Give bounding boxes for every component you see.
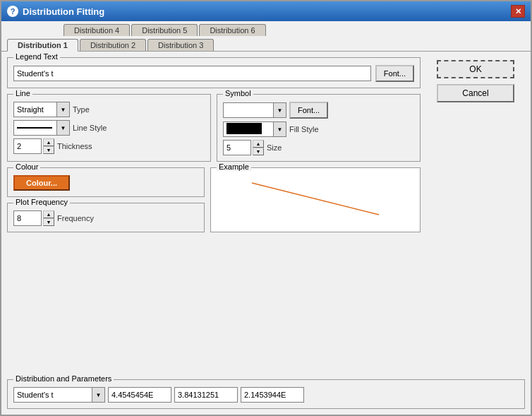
- fill-style-arrow[interactable]: ▼: [273, 122, 286, 136]
- tab-distribution-2[interactable]: Distribution 2: [80, 39, 146, 51]
- tabs-area: Distribution 4 Distribution 5 Distributi…: [1, 21, 531, 52]
- plot-freq-label: Plot Frequency: [13, 198, 70, 206]
- size-down-btn[interactable]: ▼: [253, 148, 264, 155]
- line-style-dropdown[interactable]: ▼: [13, 120, 70, 136]
- symbol-font-button[interactable]: Font...: [289, 102, 328, 119]
- legend-text-row: Font...: [13, 65, 414, 82]
- line-type-label: Type: [73, 105, 111, 114]
- thickness-up-btn[interactable]: ▲: [43, 138, 54, 146]
- close-button[interactable]: ✕: [511, 5, 525, 18]
- thickness-down-btn[interactable]: ▼: [43, 146, 54, 154]
- tab-distribution-1[interactable]: Distribution 1: [7, 39, 78, 52]
- size-input[interactable]: [223, 140, 251, 155]
- symbol-group-label: Symbol: [223, 89, 253, 97]
- symbol-type-dropdown[interactable]: ▼: [223, 102, 286, 118]
- main-content: Legend Text Font... Line Straight ▼: [1, 52, 531, 379]
- freq-spinner-btns: ▲ ▼: [43, 210, 54, 226]
- thickness-spinner: ▲ ▼: [13, 138, 54, 154]
- left-panel: Legend Text Font... Line Straight ▼: [7, 57, 421, 374]
- colour-button[interactable]: Colour...: [13, 175, 70, 191]
- bottom-row: Colour Colour... Plot Frequency ▲ ▼: [7, 167, 421, 232]
- thickness-spinner-btns: ▲ ▼: [43, 138, 54, 154]
- tab-distribution-4[interactable]: Distribution 4: [64, 24, 130, 36]
- line-group-label: Line: [13, 89, 32, 97]
- legend-text-label: Legend Text: [13, 52, 60, 61]
- thickness-label: Thickness: [57, 142, 96, 150]
- size-up-btn[interactable]: ▲: [253, 140, 264, 148]
- symbol-group: Symbol ▼ Font... ▼: [217, 94, 421, 162]
- tabs-bottom-row: Distribution 1 Distribution 2 Distributi…: [7, 39, 525, 51]
- plot-frequency-group: Plot Frequency ▲ ▼ Frequency: [7, 203, 205, 232]
- thickness-input[interactable]: [13, 138, 42, 154]
- freq-spinner: ▲ ▼: [13, 210, 54, 226]
- legend-text-group: Legend Text Font...: [7, 57, 421, 88]
- size-spinner: ▲ ▼: [223, 140, 264, 155]
- line-thickness-row: ▲ ▼ Thickness: [13, 138, 205, 154]
- fill-style-value: [224, 123, 273, 136]
- tabs-top-row: Distribution 4 Distribution 5 Distributi…: [7, 24, 525, 36]
- line-type-value: Straight: [14, 105, 56, 114]
- dist-value: Student's t: [14, 391, 92, 399]
- line-symbol-row: Line Straight ▼ Type ▼: [7, 94, 421, 162]
- svg-line-1: [252, 183, 379, 215]
- symbol-type-arrow[interactable]: ▼: [273, 103, 286, 117]
- fill-style-dropdown[interactable]: ▼: [223, 121, 286, 137]
- plot-freq-row: ▲ ▼ Frequency: [13, 210, 198, 226]
- size-spinner-btns: ▲ ▼: [253, 140, 264, 155]
- line-style-value: [14, 124, 56, 131]
- dist-dropdown[interactable]: Student's t ▼: [13, 387, 105, 403]
- dist-params-group: Distribution and Parameters Student's t …: [7, 379, 525, 409]
- window-title: Distribution Fitting: [23, 6, 104, 17]
- param3-input[interactable]: [241, 387, 304, 403]
- main-window: ? Distribution Fitting ✕ Distribution 4 …: [0, 0, 532, 416]
- dist-dropdown-arrow[interactable]: ▼: [92, 388, 104, 402]
- param2-input[interactable]: [174, 387, 238, 403]
- cancel-button[interactable]: Cancel: [437, 84, 514, 102]
- size-label: Size: [267, 143, 306, 152]
- freq-down-btn[interactable]: ▼: [43, 218, 54, 226]
- line-style-row: ▼ Line Style: [13, 120, 205, 136]
- line-group: Line Straight ▼ Type ▼: [7, 94, 211, 162]
- freq-up-btn[interactable]: ▲: [43, 210, 54, 218]
- line-type-dropdown[interactable]: Straight ▼: [13, 102, 70, 117]
- symbol-type-row: ▼ Font...: [223, 102, 414, 119]
- colour-group-label: Colour: [13, 162, 40, 171]
- tab-distribution-6[interactable]: Distribution 6: [199, 24, 265, 36]
- tab-distribution-5[interactable]: Distribution 5: [131, 24, 198, 36]
- param1-input[interactable]: [108, 387, 171, 403]
- freq-label: Frequency: [57, 214, 96, 222]
- fill-style-row: ▼ Fill Style: [223, 121, 414, 137]
- line-type-arrow[interactable]: ▼: [56, 102, 69, 117]
- size-row: ▲ ▼ Size: [223, 140, 414, 155]
- left-bottom-col: Colour Colour... Plot Frequency ▲ ▼: [7, 167, 205, 232]
- fill-style-preview: [226, 123, 262, 134]
- freq-input[interactable]: [13, 210, 42, 226]
- line-style-arrow[interactable]: ▼: [56, 121, 69, 135]
- dist-params-group-label: Distribution and Parameters: [13, 374, 114, 383]
- tab-distribution-3[interactable]: Distribution 3: [147, 39, 214, 51]
- dist-params-row: Student's t ▼: [13, 387, 519, 403]
- right-panel: OK Cancel: [426, 57, 525, 374]
- example-group: Example: [210, 167, 421, 232]
- colour-group: Colour Colour...: [7, 167, 205, 197]
- legend-font-button[interactable]: Font...: [375, 65, 414, 82]
- title-bar-left: ? Distribution Fitting: [7, 6, 104, 17]
- title-bar: ? Distribution Fitting ✕: [1, 1, 531, 21]
- line-type-row: Straight ▼ Type: [13, 102, 205, 117]
- legend-text-input[interactable]: [13, 66, 371, 81]
- example-canvas: [217, 172, 414, 222]
- line-style-label: Line Style: [73, 124, 111, 132]
- ok-button[interactable]: OK: [437, 60, 514, 78]
- help-icon: ?: [7, 6, 18, 17]
- example-label: Example: [217, 162, 251, 171]
- fill-style-label: Fill Style: [289, 125, 328, 133]
